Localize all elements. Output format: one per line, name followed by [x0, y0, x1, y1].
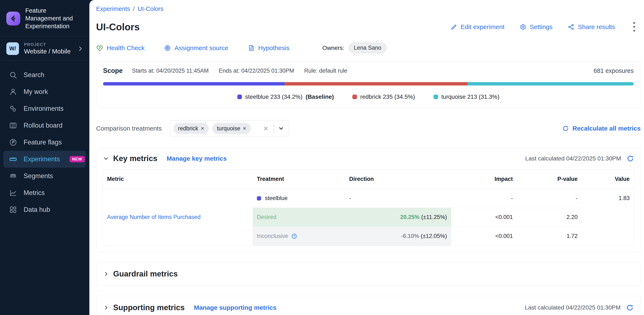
share-results-button[interactable]: Share results [568, 23, 615, 30]
clear-all-icon[interactable]: × [260, 124, 271, 133]
value-cell: 1.83 [582, 189, 634, 208]
select-divider [274, 124, 274, 133]
scope-ends-at: Ends at: 04/22/2025 01:30PM [219, 68, 294, 74]
edit-experiment-button[interactable]: Edit experiment [450, 23, 504, 30]
svg-text:?: ? [293, 235, 295, 238]
health-check-link[interactable]: Health Check [96, 44, 144, 52]
app-brand: Feature Management and Experimentation [0, 0, 89, 37]
table-row-steelblue: Average Number of Items Purchased steelb… [103, 189, 634, 208]
new-badge: NEW [70, 156, 84, 162]
sidebar-item-data-hub[interactable]: Data hub [3, 201, 86, 218]
scope-starts-at: Starts at: 04/20/2025 11:45AM [132, 68, 209, 74]
hexagons-icon [9, 104, 17, 113]
pvalue-cell: - [517, 189, 582, 208]
main-panel: Experiments / UI-Colors UI-Colors Edit e… [89, 0, 644, 315]
refresh-supporting-metrics-button[interactable] [626, 304, 634, 312]
sidebar-item-my-work[interactable]: My work [3, 83, 86, 100]
pvalue-cell: <0.001 [451, 227, 517, 246]
chip-redbrick: redbrick × [174, 123, 209, 134]
search-icon [9, 71, 17, 79]
legend-swatch [352, 94, 357, 99]
sidebar-item-search[interactable]: Search [3, 66, 86, 83]
key-metrics-card: Key metrics Manage key metrics Last calc… [96, 148, 641, 252]
col-value: Value [582, 170, 634, 189]
direction-cell: Desired [253, 208, 345, 227]
col-direction: Direction [345, 170, 451, 189]
legend-swatch [434, 94, 438, 99]
sidebar-item-label: Rollout board [24, 122, 62, 129]
more-options-icon[interactable] [631, 21, 637, 33]
comparison-label: Comparison treatments [96, 125, 162, 132]
sidebar: Feature Management and Experimentation W… [0, 0, 89, 315]
edit-experiment-label: Edit experiment [460, 23, 504, 30]
hypothesis-label: Hypothesis [258, 44, 289, 52]
settings-button[interactable]: Settings [520, 23, 552, 30]
pencil-icon [450, 23, 457, 30]
key-metrics-title: Key metrics [113, 154, 158, 163]
app-logo-icon [6, 11, 20, 25]
chip-turquoise: turquoise × [212, 123, 251, 134]
project-name: Website / Mobile [24, 48, 70, 55]
exposure-distribution-bar [103, 82, 634, 85]
sidebar-item-label: My work [24, 88, 48, 96]
impact-cell: 20.25%(±11.25%) [345, 208, 451, 227]
treatment-dot-steelblue [257, 196, 261, 200]
collapse-chevron-down-icon[interactable] [103, 155, 109, 162]
collapse-chevron-right-icon[interactable] [103, 271, 109, 277]
remove-chip-icon[interactable]: × [243, 125, 246, 132]
owner-chip[interactable]: Lena Sano [348, 42, 387, 53]
baseline-tag: (Baseline) [306, 93, 334, 100]
sidebar-item-environments[interactable]: Environments [3, 100, 86, 117]
recalculate-all-metrics-button[interactable]: Recalculate all metrics [562, 125, 641, 132]
value-cell: 1.72 [517, 227, 582, 246]
bar-segment-steelblue [103, 82, 284, 85]
bar-segment-redbrick [284, 82, 468, 85]
health-check-label: Health Check [107, 44, 144, 52]
breadcrumb-experiments-link[interactable]: Experiments [96, 5, 130, 12]
sidebar-item-label: Feature flags [24, 139, 62, 146]
key-metrics-table: Metric Treatment Direction Impact P-valu… [103, 169, 634, 246]
sidebar-item-rollout-board[interactable]: Rollout board [3, 117, 86, 134]
exposures-count: 681 exposures [594, 67, 634, 74]
treatments-multiselect[interactable]: redbrick × turquoise × × [170, 120, 289, 137]
owners: Owners: Lena Sano [322, 42, 387, 53]
sidebar-item-label: Environments [24, 105, 64, 112]
sidebar-item-metrics[interactable]: Metrics [3, 184, 86, 201]
line-chart-icon [9, 189, 17, 197]
metric-link[interactable]: Average Number of Items Purchased [107, 214, 200, 220]
refresh-key-metrics-button[interactable] [626, 155, 634, 162]
project-label: PROJECT [24, 42, 70, 47]
sidebar-nav: Search My work Environments Rollout boar… [0, 61, 89, 218]
manage-supporting-metrics-link[interactable]: Manage supporting metrics [194, 304, 276, 311]
project-switcher[interactable]: W/ PROJECT Website / Mobile [0, 37, 89, 61]
value-cell: 2.20 [517, 208, 582, 227]
gear-icon [520, 23, 526, 30]
col-pvalue: P-value [517, 170, 582, 189]
supporting-metrics-card: Supporting metrics Manage supporting met… [96, 296, 641, 315]
help-circle-icon[interactable]: ? [291, 233, 297, 239]
hypothesis-link[interactable]: Hypothesis [248, 44, 289, 52]
sidebar-item-segments[interactable]: Segments [3, 168, 86, 184]
grid-icon [9, 206, 17, 214]
legend-swatch [237, 94, 242, 99]
assignment-source-label: Assignment source [174, 44, 228, 52]
sidebar-item-label: Metrics [24, 189, 45, 197]
share-icon [568, 23, 574, 30]
pvalue-cell: <0.001 [451, 208, 517, 227]
owners-label: Owners: [322, 45, 344, 51]
breadcrumb-separator: / [133, 5, 135, 12]
collapse-chevron-right-icon[interactable] [103, 305, 109, 311]
supporting-metrics-title: Supporting metrics [113, 303, 184, 312]
header-actions: Edit experiment Settings Share results [450, 21, 637, 33]
chevron-down-icon[interactable] [277, 125, 286, 132]
sidebar-item-experiments[interactable]: Experiments NEW [3, 151, 86, 168]
people-icon [9, 172, 17, 180]
sidebar-item-feature-flags[interactable]: Feature flags [3, 134, 86, 151]
legend-item-redbrick: redbrick 235 (34.5%) [352, 93, 415, 100]
share-results-label: Share results [578, 23, 615, 30]
breadcrumb-current-link[interactable]: UI-Colors [138, 5, 163, 12]
assignment-source-link[interactable]: Assignment source [164, 44, 228, 52]
remove-chip-icon[interactable]: × [201, 125, 204, 132]
board-columns-icon [9, 121, 17, 130]
manage-key-metrics-link[interactable]: Manage key metrics [167, 155, 227, 162]
